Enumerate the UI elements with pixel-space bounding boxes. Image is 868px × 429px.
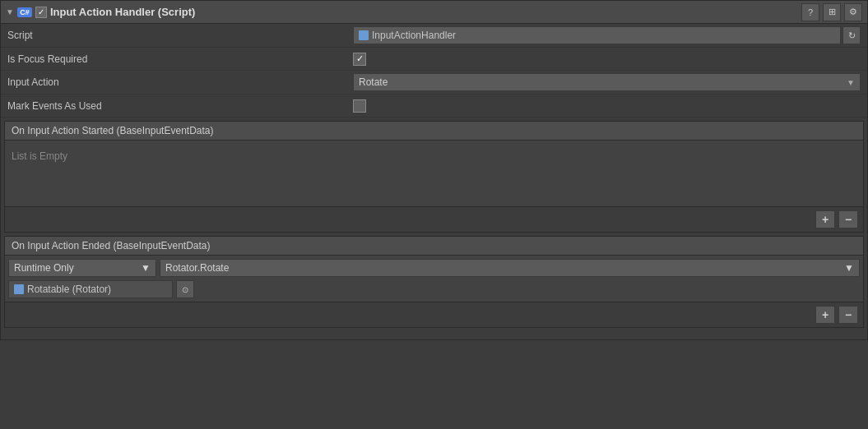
script-value-container: InputActionHandler ↻: [353, 26, 861, 44]
input-action-selected: Rotate: [359, 76, 388, 88]
event-started-header: On Input Action Started (BaseInputEventD…: [5, 122, 863, 141]
object-ref-box[interactable]: Rotatable (Rotator): [8, 280, 173, 298]
dropdown-arrow-icon: ▼: [847, 78, 855, 87]
focus-required-row: Is Focus Required: [1, 48, 867, 71]
script-icon: [359, 30, 369, 40]
object-ref-text: Rotatable (Rotator): [27, 284, 111, 295]
event-ended-section: On Input Action Ended (BaseInputEventDat…: [4, 236, 864, 328]
event-ended-remove-button[interactable]: −: [838, 306, 858, 324]
func-dropdown[interactable]: Rotator.Rotate ▼: [160, 259, 860, 277]
component-panel: ▼ C# ✓ Input Action Handler (Script) ? ⊞…: [0, 0, 868, 340]
grid-settings-button[interactable]: ⊞: [823, 3, 841, 21]
obj-ref-icon: [14, 284, 24, 294]
focus-required-checkbox[interactable]: [353, 53, 366, 66]
input-action-value: Rotate ▼: [353, 73, 861, 91]
panel-header: ▼ C# ✓ Input Action Handler (Script) ? ⊞…: [1, 1, 867, 24]
script-refresh-button[interactable]: ↻: [842, 26, 861, 44]
event-started-body: List is Empty: [5, 141, 863, 206]
gear-button[interactable]: ⚙: [844, 3, 862, 21]
focus-required-label: Is Focus Required: [7, 53, 353, 65]
focus-required-value: [353, 53, 861, 66]
mark-events-label: Mark Events As Used: [7, 100, 353, 112]
event-started-remove-button[interactable]: −: [838, 210, 858, 228]
mark-events-value: [353, 99, 861, 113]
runtime-dropdown-arrow-icon: ▼: [141, 262, 151, 274]
func-dropdown-arrow-icon: ▼: [844, 262, 854, 274]
script-row: Script InputActionHandler ↻: [1, 24, 867, 48]
runtime-dropdown[interactable]: Runtime Only ▼: [8, 259, 156, 277]
collapse-arrow-icon[interactable]: ▼: [6, 7, 14, 16]
runtime-selected: Runtime Only: [14, 262, 74, 274]
script-value-text: InputActionHandler: [372, 30, 456, 41]
panel-title: Input Action Handler (Script): [50, 6, 195, 18]
input-action-dropdown[interactable]: Rotate ▼: [353, 73, 861, 91]
bottom-padding: [1, 331, 867, 339]
event-ended-header: On Input Action Ended (BaseInputEventDat…: [5, 237, 863, 256]
mark-events-checkbox[interactable]: [353, 99, 366, 113]
input-action-label: Input Action: [7, 76, 353, 88]
event-ended-add-button[interactable]: +: [815, 306, 835, 324]
event-started-add-button[interactable]: +: [815, 210, 835, 228]
panel-header-right: ? ⊞ ⚙: [801, 3, 862, 21]
event-ended-footer: + −: [5, 302, 863, 327]
event-ended-entry-row: Runtime Only ▼ Rotator.Rotate ▼: [5, 256, 863, 280]
object-ref-row: Rotatable (Rotator) ⊙: [5, 280, 863, 302]
script-value-box[interactable]: InputActionHandler: [353, 26, 841, 44]
func-selected: Rotator.Rotate: [165, 262, 229, 274]
object-target-button[interactable]: ⊙: [176, 280, 194, 298]
mark-events-row: Mark Events As Used: [1, 95, 867, 118]
help-button[interactable]: ?: [801, 3, 819, 21]
panel-header-left: ▼ C# ✓ Input Action Handler (Script): [6, 6, 801, 18]
event-started-empty: List is Empty: [12, 144, 856, 168]
event-started-footer: + −: [5, 206, 863, 232]
input-action-row: Input Action Rotate ▼: [1, 71, 867, 95]
event-started-section: On Input Action Started (BaseInputEventD…: [4, 121, 864, 233]
cs-badge: C#: [17, 7, 32, 17]
script-label: Script: [7, 30, 353, 41]
component-enabled-checkbox[interactable]: ✓: [35, 7, 47, 18]
